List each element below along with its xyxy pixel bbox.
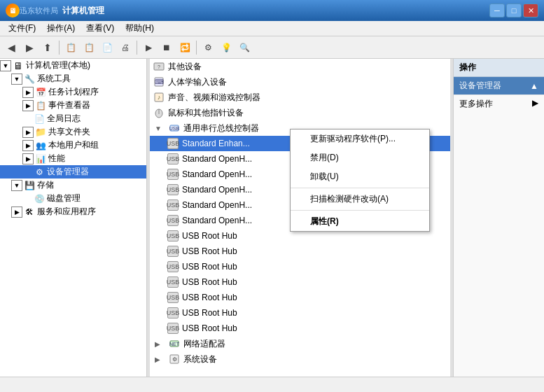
shared-icon: 📁 — [35, 127, 46, 138]
std-open5-label: Standard OpenH... — [182, 216, 252, 225]
usb-hub6-icon: USB — [167, 307, 179, 319]
cat-mouse[interactable]: 鼠标和其他指针设备 — [150, 105, 450, 120]
device-usb-hub-3[interactable]: USB USB Root Hub — [150, 259, 450, 274]
svg-text:▼: ▼ — [155, 125, 162, 132]
toolbar-back[interactable]: ◀ — [3, 39, 20, 56]
minimize-button[interactable]: ─ — [489, 4, 505, 18]
toolbar: ◀ ▶ ⬆ 📋 📋 📄 🖨 ▶ ⏹ 🔁 ⚙ 💡 🔍 — [0, 36, 544, 59]
tree-event-label: 事件查看器 — [48, 99, 90, 111]
toolbar-btn4[interactable]: 🖨 — [117, 39, 134, 56]
tree-event-viewer[interactable]: ▶ 📋 事件查看器 — [0, 99, 146, 112]
cat-sys-device[interactable]: ▶ ⚙ 系统设备 — [150, 351, 450, 367]
tree-system-tools[interactable]: ▼ 🔧 系统工具 — [0, 72, 146, 85]
usb-hub2-label: USB Root Hub — [182, 246, 237, 256]
std-open4-label: Standard OpenH... — [182, 200, 252, 210]
tree-device-manager[interactable]: ⚙ 设备管理器 — [0, 165, 146, 178]
cat-other-devices[interactable]: ? 其他设备 — [150, 59, 450, 74]
toolbar-forward[interactable]: ▶ — [21, 39, 38, 56]
tree-storage[interactable]: ▼ 💾 存储 — [0, 178, 146, 192]
std-open1-icon: USB — [167, 153, 179, 165]
tree-log-label: 全局日志 — [47, 113, 81, 125]
main-container: ▼ 🖥 计算机管理(本地) ▼ 🔧 系统工具 ▶ 📅 任务计划程序 ▶ 📋 事件… — [0, 59, 544, 377]
usb-hub2-icon: USB — [167, 245, 179, 258]
std-open5-icon: USB — [167, 214, 179, 227]
sysdev-expand-icon: ▶ — [153, 353, 165, 365]
task-icon: 📅 — [35, 87, 46, 98]
title-bar: 🖥 迅东软件局 计算机管理 ─ □ ✕ — [0, 0, 544, 21]
expand-systools[interactable]: ▼ — [11, 74, 22, 85]
cat-audio[interactable]: ♪ 声音、视频和游戏控制器 — [150, 90, 450, 105]
tree-root[interactable]: ▼ 🖥 计算机管理(本地) — [0, 59, 146, 72]
ctx-properties[interactable]: 属性(R) — [291, 212, 429, 231]
ctx-update-driver[interactable]: 更新驱动程序软件(P)... — [291, 130, 429, 148]
close-button[interactable]: ✕ — [523, 4, 538, 18]
expand-shared[interactable]: ▶ — [22, 127, 34, 138]
ctx-sep1 — [291, 188, 429, 188]
toolbar-btn5[interactable]: ▶ — [140, 39, 157, 56]
toolbar-btn10[interactable]: 🔍 — [236, 39, 253, 56]
std-open3-label: Standard OpenH... — [182, 185, 252, 195]
tree-services[interactable]: ▶ 🛠 服务和应用程序 — [0, 205, 146, 218]
hid-label: 人体学输入设备 — [168, 76, 227, 88]
ctx-disable[interactable]: 禁用(D) — [291, 148, 429, 167]
ctx-sep2 — [291, 210, 429, 211]
device-usb-hub-7[interactable]: USB USB Root Hub — [150, 321, 450, 336]
device-usb-hub-2[interactable]: USB USB Root Hub — [150, 244, 450, 259]
device-usb-hub-6[interactable]: USB USB Root Hub — [150, 305, 450, 321]
svg-text:⌨: ⌨ — [155, 78, 164, 85]
usb-hub5-icon: USB — [167, 291, 179, 304]
toolbar-sep1 — [59, 41, 60, 55]
menu-help[interactable]: 帮助(H) — [120, 21, 160, 36]
expand-users[interactable]: ▶ — [22, 140, 34, 151]
ctx-uninstall[interactable]: 卸载(U) — [291, 167, 429, 186]
usb-hub4-label: USB Root Hub — [182, 277, 237, 287]
expand-services[interactable]: ▶ — [11, 206, 22, 218]
app-logo: 🖥 — [6, 4, 20, 18]
menu-action[interactable]: 操作(A) — [41, 21, 81, 36]
menu-view[interactable]: 查看(V) — [81, 21, 120, 36]
usb-hub1-label: USB Root Hub — [182, 231, 237, 241]
tree-local-users[interactable]: ▶ 👥 本地用户和组 — [0, 139, 146, 152]
toolbar-btn1[interactable]: 📋 — [62, 39, 79, 56]
window-controls: ─ □ ✕ — [489, 4, 538, 18]
toolbar-btn7[interactable]: 🔁 — [176, 39, 193, 56]
expand-root[interactable]: ▼ — [0, 60, 11, 71]
cat-hid[interactable]: ⌨ 人体学输入设备 — [150, 74, 450, 90]
tree-disk-mgmt[interactable]: 💿 磁盘管理 — [0, 192, 146, 205]
ctx-scan[interactable]: 扫描检测硬件改动(A) — [291, 190, 429, 209]
other-devices-icon: ? — [153, 60, 165, 73]
tree-shared-label: 共享文件夹 — [48, 126, 90, 138]
ctx-uninstall-label: 卸载(U) — [310, 172, 339, 181]
cat-network[interactable]: ▶ NET 网络适配器 — [150, 336, 450, 351]
right-panel-devmgr[interactable]: 设备管理器 ▲ — [454, 77, 544, 95]
toolbar-btn2[interactable]: 📋 — [81, 39, 97, 56]
expand-storage[interactable]: ▼ — [11, 180, 22, 191]
tree-task-scheduler[interactable]: ▶ 📅 任务计划程序 — [0, 85, 146, 99]
toolbar-btn6[interactable]: ⏹ — [158, 39, 175, 56]
std-open4-icon: USB — [167, 199, 179, 211]
devmgr-icon: ⚙ — [34, 167, 45, 178]
toolbar-up[interactable]: ⬆ — [39, 39, 56, 56]
menu-file[interactable]: 文件(F) — [3, 21, 41, 36]
expand-perf[interactable]: ▶ — [22, 153, 34, 164]
computer-icon: 🖥 — [13, 60, 24, 71]
maximize-button[interactable]: □ — [506, 4, 522, 18]
tree-performance[interactable]: ▶ 📊 性能 — [0, 152, 146, 165]
usb-hub7-icon: USB — [167, 322, 179, 335]
svg-text:▶: ▶ — [155, 356, 160, 363]
tree-shared-folder[interactable]: ▶ 📁 共享文件夹 — [0, 125, 146, 139]
toolbar-btn3[interactable]: 📄 — [99, 39, 116, 56]
expand-task[interactable]: ▶ — [22, 87, 34, 98]
toolbar-btn8[interactable]: ⚙ — [200, 39, 216, 56]
tree-global-log[interactable]: 📄 全局日志 — [0, 112, 146, 125]
right-panel-more[interactable]: 更多操作 ▶ — [454, 95, 544, 113]
std-open2-label: Standard OpenH... — [182, 169, 252, 179]
toolbar-btn9[interactable]: 💡 — [218, 39, 235, 56]
right-panel-devmgr-label: 设备管理器 — [459, 80, 501, 92]
expand-event[interactable]: ▶ — [22, 100, 34, 111]
right-panel-header: 操作 — [454, 59, 544, 77]
device-usb-hub-5[interactable]: USB USB Root Hub — [150, 290, 450, 305]
device-usb-hub-4[interactable]: USB USB Root Hub — [150, 274, 450, 290]
sysdev-icon: ⚙ — [168, 353, 181, 365]
svg-text:?: ? — [158, 64, 160, 69]
